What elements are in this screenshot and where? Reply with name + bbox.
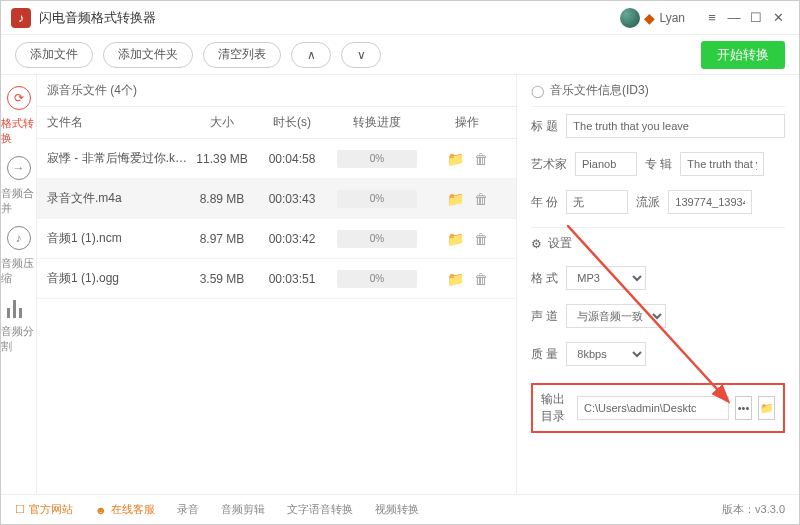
format-row: 格 式 MP3 (531, 259, 785, 297)
add-file-button[interactable]: 添加文件 (15, 42, 93, 68)
open-folder-icon[interactable]: 📁 (447, 271, 464, 287)
compress-icon: ♪ (7, 226, 31, 250)
app-window: ♪ 闪电音频格式转换器 ◆ Lyan ≡ — ☐ ✕ 添加文件 添加文件夹 清空… (0, 0, 800, 525)
input-title[interactable] (566, 114, 785, 138)
menu-button[interactable]: ≡ (701, 10, 723, 25)
toolbar: 添加文件 添加文件夹 清空列表 ∧ ∨ 开始转换 (1, 35, 799, 75)
open-folder-icon[interactable]: 📁 (447, 231, 464, 247)
input-album[interactable] (680, 152, 764, 176)
table-row[interactable]: 录音文件.m4a8.89 MB00:03:430%📁🗑 (37, 179, 516, 219)
right-pane: ◯ 音乐文件信息(ID3) 标 题 艺术家 专 辑 年 份 流派 (517, 75, 799, 494)
close-button[interactable]: ✕ (767, 10, 789, 25)
cell-filename: 音频1 (1).ogg (37, 270, 187, 287)
label-genre: 流派 (636, 194, 660, 211)
input-genre[interactable] (668, 190, 752, 214)
official-site-link[interactable]: ☐ 官方网站 (15, 502, 73, 517)
cell-size: 8.89 MB (187, 192, 257, 206)
col-progress: 转换进度 (327, 114, 427, 131)
cell-size: 3.59 MB (187, 272, 257, 286)
main-body: ⟳ 格式转换 → 音频合并 ♪ 音频压缩 音频分割 源音乐文件 (4个) (1, 75, 799, 494)
select-quality[interactable]: 8kbps (566, 342, 646, 366)
sidebar-item-label: 音频合并 (1, 186, 36, 216)
quality-row: 质 量 8kbps (531, 335, 785, 373)
col-size: 大小 (187, 114, 257, 131)
tts-link[interactable]: 文字语音转换 (287, 502, 353, 517)
merge-icon: → (7, 156, 31, 180)
label-format: 格 式 (531, 270, 558, 287)
maximize-button[interactable]: ☐ (745, 10, 767, 25)
sidebar-item-compress[interactable]: ♪ 音频压缩 (1, 221, 36, 291)
label-quality: 质 量 (531, 346, 558, 363)
label-year: 年 份 (531, 194, 558, 211)
start-convert-button[interactable]: 开始转换 (701, 41, 785, 69)
delete-icon[interactable]: 🗑 (474, 231, 488, 247)
sidebar-item-merge[interactable]: → 音频合并 (1, 151, 36, 221)
id3-header: ◯ 音乐文件信息(ID3) (531, 75, 785, 107)
id3-year-row: 年 份 流派 (531, 183, 785, 221)
headphone-icon: ◯ (531, 84, 544, 98)
cell-ops: 📁🗑 (427, 191, 507, 207)
record-link[interactable]: 录音 (177, 502, 199, 517)
table-row[interactable]: 寂悸 - 非常后悔爱过你.kg..11.39 MB00:04:580%📁🗑 (37, 139, 516, 179)
cell-progress: 0% (327, 270, 427, 288)
minimize-button[interactable]: — (723, 10, 745, 25)
video-convert-link[interactable]: 视频转换 (375, 502, 419, 517)
open-folder-icon[interactable]: 📁 (447, 151, 464, 167)
settings-header: ⚙ 设置 (531, 227, 785, 259)
select-format[interactable]: MP3 (566, 266, 646, 290)
convert-icon: ⟳ (7, 86, 31, 110)
table-row[interactable]: 音频1 (1).ncm8.97 MB00:03:420%📁🗑 (37, 219, 516, 259)
label-album: 专 辑 (645, 156, 672, 173)
sidebar-item-split[interactable]: 音频分割 (1, 291, 36, 361)
version-label: 版本：v3.3.0 (722, 502, 785, 517)
clear-list-button[interactable]: 清空列表 (203, 42, 281, 68)
col-filename: 文件名 (37, 114, 187, 131)
sidebar-item-label: 格式转换 (1, 116, 36, 146)
id3-artist-row: 艺术家 专 辑 (531, 145, 785, 183)
cell-duration: 00:03:43 (257, 192, 327, 206)
col-duration: 时长(s) (257, 114, 327, 131)
id3-title: 音乐文件信息(ID3) (550, 82, 649, 99)
cell-progress: 0% (327, 190, 427, 208)
app-logo-icon: ♪ (11, 8, 31, 28)
sidebar-item-label: 音频分割 (1, 324, 36, 354)
vip-icon: ◆ (644, 10, 655, 26)
sidebar-item-convert[interactable]: ⟳ 格式转换 (1, 81, 36, 151)
cell-duration: 00:03:51 (257, 272, 327, 286)
delete-icon[interactable]: 🗑 (474, 191, 488, 207)
settings-title: 设置 (548, 235, 572, 252)
open-folder-button[interactable]: 📁 (758, 396, 775, 420)
table-row[interactable]: 音频1 (1).ogg3.59 MB00:03:510%📁🗑 (37, 259, 516, 299)
file-list-title: 源音乐文件 (4个) (47, 82, 137, 99)
audio-clip-link[interactable]: 音频剪辑 (221, 502, 265, 517)
app-title: 闪电音频格式转换器 (39, 9, 620, 27)
label-title: 标 题 (531, 118, 558, 135)
select-channel[interactable]: 与源音频一致 (566, 304, 666, 328)
move-up-button[interactable]: ∧ (291, 42, 331, 68)
delete-icon[interactable]: 🗑 (474, 151, 488, 167)
cell-duration: 00:04:58 (257, 152, 327, 166)
browse-button[interactable]: ••• (735, 396, 752, 420)
move-down-button[interactable]: ∨ (341, 42, 381, 68)
id3-title-row: 标 题 (531, 107, 785, 145)
input-outdir[interactable] (577, 396, 729, 420)
sidebar: ⟳ 格式转换 → 音频合并 ♪ 音频压缩 音频分割 (1, 75, 37, 494)
username[interactable]: Lyan (659, 11, 685, 25)
sidebar-item-label: 音频压缩 (1, 256, 36, 286)
file-list-pane: 源音乐文件 (4个) 文件名 大小 时长(s) 转换进度 操作 寂悸 - 非常后… (37, 75, 517, 494)
cell-filename: 音频1 (1).ncm (37, 230, 187, 247)
avatar[interactable] (620, 8, 640, 28)
file-list-header: 源音乐文件 (4个) (37, 75, 516, 107)
cell-filename: 录音文件.m4a (37, 190, 187, 207)
output-dir-row: 输出目录 ••• 📁 (531, 383, 785, 433)
customer-service-link[interactable]: ☻ 在线客服 (95, 502, 155, 517)
split-icon (7, 298, 31, 318)
delete-icon[interactable]: 🗑 (474, 271, 488, 287)
open-folder-icon[interactable]: 📁 (447, 191, 464, 207)
cell-size: 8.97 MB (187, 232, 257, 246)
input-year[interactable] (566, 190, 628, 214)
input-artist[interactable] (575, 152, 637, 176)
add-folder-button[interactable]: 添加文件夹 (103, 42, 193, 68)
channel-row: 声 道 与源音频一致 (531, 297, 785, 335)
file-table-head: 文件名 大小 时长(s) 转换进度 操作 (37, 107, 516, 139)
